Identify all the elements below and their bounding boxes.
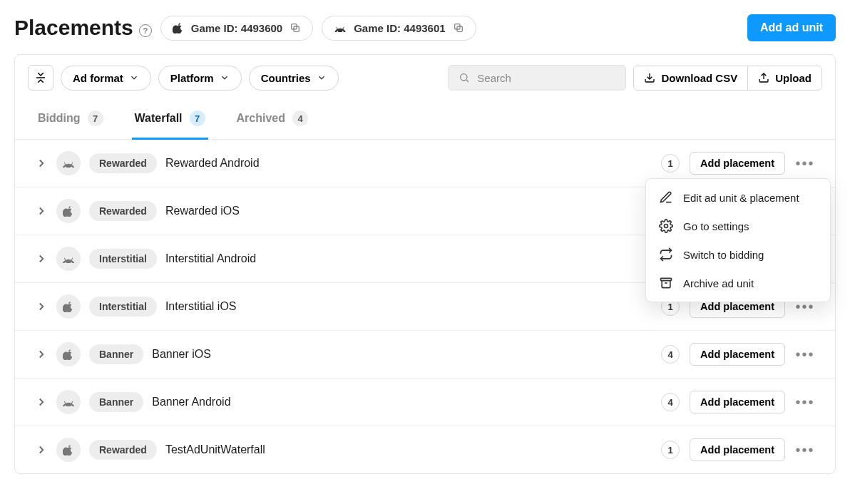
- platform-filter[interactable]: Platform: [158, 66, 242, 91]
- row-actions: 1Add placement•••: [661, 152, 815, 175]
- android-icon: [61, 254, 76, 263]
- chevron-down-icon: [317, 73, 327, 83]
- copy-icon[interactable]: [453, 22, 464, 34]
- row-name: Rewarded iOS: [165, 205, 240, 217]
- more-actions-button[interactable]: •••: [795, 440, 815, 460]
- chevron-down-icon: [220, 73, 230, 83]
- expand-row-button[interactable]: [35, 157, 48, 170]
- gear-icon: [659, 219, 673, 233]
- svg-line-6: [466, 80, 468, 82]
- download-csv-button[interactable]: Download CSV: [634, 66, 747, 90]
- apple-icon: [63, 444, 74, 456]
- edit-ad-unit-item[interactable]: Edit ad unit & placement: [646, 183, 830, 212]
- android-icon: [61, 159, 76, 168]
- tabs: Bidding 7 Waterfall 7 Archived 4: [15, 101, 835, 140]
- switch-to-bidding-item[interactable]: Switch to bidding: [646, 240, 830, 269]
- tab-bidding-label: Bidding: [38, 112, 81, 125]
- row-actions: 1Add placement•••: [661, 438, 815, 461]
- chevron-right-icon: [35, 348, 48, 361]
- apple-icon: [63, 349, 74, 360]
- archive-ad-unit-item[interactable]: Archive ad unit: [646, 269, 830, 297]
- svg-rect-10: [661, 278, 672, 280]
- game-id-android-label: Game ID: 4493601: [354, 22, 445, 34]
- upload-icon: [758, 72, 769, 83]
- format-pill: Banner: [89, 392, 143, 412]
- row-name: TestAdUnitWaterfall: [165, 443, 265, 456]
- apple-icon: [173, 22, 184, 34]
- table-row: RewardedRewarded Android1Add placement••…: [15, 140, 835, 187]
- row-name: Banner Android: [152, 396, 230, 408]
- chevron-right-icon: [35, 252, 48, 265]
- download-icon: [644, 72, 655, 83]
- rows-container: RewardedRewarded Android1Add placement••…: [15, 140, 835, 473]
- add-placement-button[interactable]: Add placement: [690, 343, 785, 366]
- expand-row-button[interactable]: [35, 205, 48, 217]
- tab-bidding-count: 7: [88, 110, 103, 126]
- row-name: Banner iOS: [152, 348, 211, 361]
- add-placement-button[interactable]: Add placement: [690, 438, 785, 461]
- expand-row-button[interactable]: [35, 252, 48, 265]
- page-title-text: Placements: [14, 16, 133, 40]
- tab-archived[interactable]: Archived 4: [234, 101, 311, 140]
- chevron-right-icon: [35, 205, 48, 217]
- row-actions-popover: Edit ad unit & placementGo to settingsSw…: [645, 178, 831, 302]
- apple-platform-badge: [56, 342, 81, 366]
- format-pill: Interstitial: [89, 297, 157, 317]
- row-actions: 4Add placement•••: [661, 391, 815, 413]
- add-ad-unit-button[interactable]: Add ad unit: [747, 14, 836, 41]
- copy-icon[interactable]: [290, 22, 301, 34]
- placement-count-badge: 1: [661, 154, 680, 173]
- archive-ad-unit-item-label: Archive ad unit: [683, 277, 754, 289]
- row-name: Interstitial iOS: [165, 300, 237, 313]
- format-pill: Interstitial: [89, 249, 157, 269]
- android-icon: [61, 398, 76, 406]
- switch-icon: [659, 247, 673, 262]
- chevron-right-icon: [35, 396, 48, 408]
- expand-row-button[interactable]: [35, 396, 48, 408]
- game-id-pill-apple[interactable]: Game ID: 4493600: [160, 16, 313, 41]
- help-icon[interactable]: ?: [139, 24, 152, 37]
- ad-format-filter[interactable]: Ad format: [61, 66, 151, 91]
- placements-panel: Ad format Platform Countries Download CS…: [14, 54, 836, 474]
- countries-filter[interactable]: Countries: [249, 66, 339, 91]
- edit-ad-unit-item-label: Edit ad unit & placement: [683, 192, 799, 204]
- more-actions-button[interactable]: •••: [795, 153, 815, 173]
- tab-bidding[interactable]: Bidding 7: [35, 101, 106, 140]
- add-placement-button[interactable]: Add placement: [690, 152, 785, 175]
- apple-platform-badge: [56, 294, 81, 319]
- svg-point-5: [461, 74, 467, 81]
- apple-platform-badge: [56, 199, 81, 223]
- more-actions-button[interactable]: •••: [795, 392, 815, 412]
- expand-row-button[interactable]: [35, 443, 48, 456]
- expand-row-button[interactable]: [35, 300, 48, 313]
- page-header: Placements ? Game ID: 4493600 Game ID: 4…: [14, 14, 836, 41]
- table-row: BannerBanner Android4Add placement•••: [15, 379, 835, 426]
- go-to-settings-item[interactable]: Go to settings: [646, 212, 830, 240]
- csv-tool-group: Download CSV Upload: [633, 66, 822, 91]
- search-box[interactable]: [448, 65, 626, 91]
- upload-label: Upload: [775, 72, 811, 84]
- chevron-down-icon: [129, 73, 139, 83]
- download-csv-label: Download CSV: [661, 72, 737, 84]
- add-placement-button[interactable]: Add placement: [690, 391, 785, 413]
- android-platform-badge: [56, 390, 81, 414]
- expand-row-button[interactable]: [35, 348, 48, 361]
- format-pill: Rewarded: [89, 440, 157, 460]
- apple-platform-badge: [56, 438, 81, 462]
- row-name: Interstitial Android: [165, 252, 256, 265]
- placement-count-badge: 4: [661, 345, 680, 364]
- more-actions-button[interactable]: •••: [795, 344, 815, 364]
- expand-collapse-icon: [34, 71, 47, 84]
- table-row: RewardedTestAdUnitWaterfall1Add placemen…: [15, 426, 835, 473]
- upload-button[interactable]: Upload: [747, 66, 821, 90]
- expand-collapse-button[interactable]: [28, 65, 53, 91]
- page-title: Placements ?: [14, 16, 152, 40]
- go-to-settings-item-label: Go to settings: [683, 220, 749, 232]
- apple-icon: [63, 301, 74, 312]
- tab-archived-count: 4: [292, 110, 308, 126]
- format-pill: Rewarded: [89, 201, 157, 221]
- search-icon: [459, 71, 470, 84]
- search-input[interactable]: [477, 72, 615, 84]
- tab-waterfall[interactable]: Waterfall 7: [132, 101, 208, 140]
- game-id-pill-android[interactable]: Game ID: 4493601: [322, 16, 476, 41]
